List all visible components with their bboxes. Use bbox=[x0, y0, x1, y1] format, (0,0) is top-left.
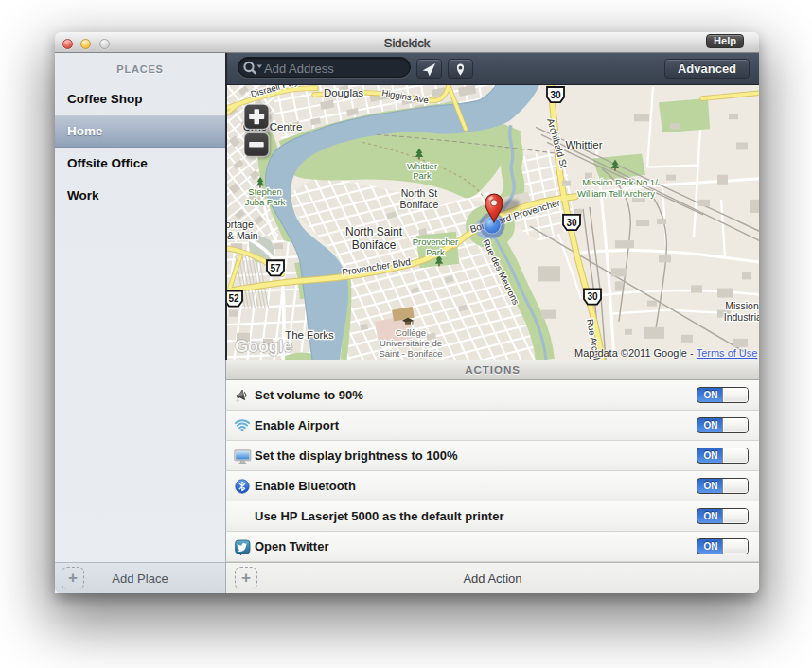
svg-text:Universitaire de: Universitaire de bbox=[380, 338, 442, 348]
svg-text:30: 30 bbox=[566, 218, 577, 228]
svg-text:Whittier: Whittier bbox=[566, 139, 603, 150]
svg-text:Mission: Mission bbox=[725, 300, 759, 311]
svg-text:Mission Park No.1/: Mission Park No.1/ bbox=[582, 177, 658, 187]
svg-text:52: 52 bbox=[228, 293, 239, 304]
svg-text:Douglas: Douglas bbox=[324, 87, 363, 98]
svg-text:Provencher: Provencher bbox=[413, 237, 459, 247]
svg-text:30: 30 bbox=[587, 291, 598, 302]
svg-text:Boniface: Boniface bbox=[352, 238, 397, 252]
svg-text:Juba Park: Juba Park bbox=[245, 197, 286, 207]
svg-text:Boniface: Boniface bbox=[400, 199, 439, 210]
svg-text:Portage: Portage bbox=[225, 219, 254, 230]
svg-text:Park: Park bbox=[426, 247, 445, 257]
svg-text:Stephen: Stephen bbox=[248, 186, 281, 197]
svg-text:Saint - Boniface: Saint - Boniface bbox=[380, 348, 443, 359]
svg-text:& Main: & Main bbox=[227, 230, 258, 241]
svg-text:The Forks: The Forks bbox=[285, 329, 334, 341]
svg-text:Google: Google bbox=[235, 336, 292, 356]
svg-text:57: 57 bbox=[270, 263, 281, 273]
svg-text:William Tell Archery: William Tell Archery bbox=[577, 188, 655, 199]
svg-text:Park: Park bbox=[413, 170, 432, 181]
svg-text:Industrial: Industrial bbox=[724, 311, 759, 323]
svg-text:North St: North St bbox=[401, 187, 438, 199]
svg-text:Collège: Collège bbox=[396, 327, 426, 338]
svg-text:30: 30 bbox=[550, 90, 561, 100]
svg-text:North Saint: North Saint bbox=[345, 225, 403, 238]
svg-text:Map data ©2011 Google - Terms: Map data ©2011 Google - Terms of Use bbox=[574, 347, 757, 359]
